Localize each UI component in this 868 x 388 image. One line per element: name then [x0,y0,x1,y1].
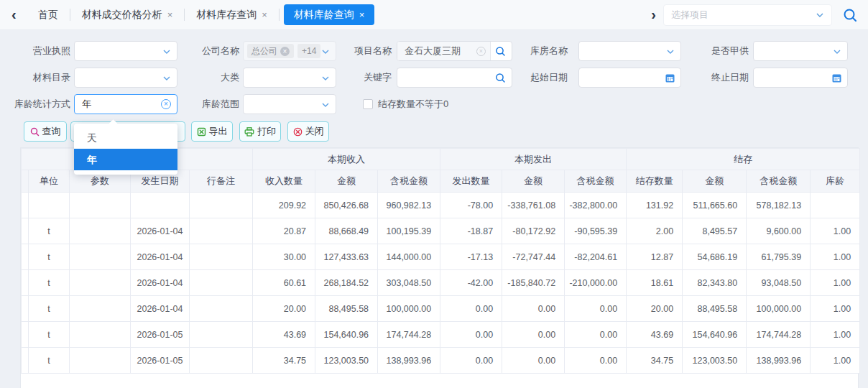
row-selector-cell [22,296,29,322]
tab-separator [279,9,280,21]
clear-icon[interactable]: × [476,47,486,56]
cell: 511,665.60 [683,193,747,218]
chevron-down-icon [833,47,841,56]
tab-close-icon[interactable]: × [262,9,267,20]
filter-row-3: 库龄统计方式 年 × 库龄范围 结存数量不等于0 [0,94,868,116]
cell: 1.00 [811,348,860,374]
start-date-input[interactable] [578,68,681,88]
cell [190,270,253,296]
cell: 1.00 [811,322,860,348]
table-body: 209.92850,426.68960,982.13-78.00-338,761… [22,193,860,374]
project-name-label: 项目名称 [327,41,392,61]
keyword-label: 关键字 [327,68,392,88]
cell: t [29,244,70,270]
cell: 100,000.00 [747,296,811,322]
col-row-remark[interactable]: 行备注 [190,170,253,193]
cell: 8,495.57 [683,218,747,244]
tab-home-label: 首页 [38,9,58,22]
cell [29,193,70,218]
col-balance-amount[interactable]: 金额 [683,170,747,193]
filter-row-2: 材料目录 大类 关键字 起始日期 终止日期 [0,68,868,89]
cell [190,322,253,348]
dropdown-option-year[interactable]: 年 [74,149,177,170]
material-catalog-select[interactable] [74,68,177,88]
stock-age-table: 本期收入 本期发出 结存 单位 参数 发生日期 行备注 收入数量 金额 含税金额… [20,147,859,388]
global-search-icon[interactable] [842,7,858,23]
cell: 209.92 [253,193,315,218]
cell [190,296,253,322]
cell: 100,195.39 [378,218,440,244]
warehouse-name-label: 库房名称 [503,41,568,61]
cell: 2026-01-04 [131,244,190,270]
company-name-multiselect[interactable]: 总公司 × +14 [243,41,336,61]
tab-close-icon[interactable]: × [359,9,365,20]
query-search-icon [30,127,40,137]
col-income-qty[interactable]: 收入数量 [253,170,315,193]
col-issue-tax-amount[interactable]: 含税金额 [565,170,627,193]
col-issue-qty[interactable]: 发出数量 [440,170,502,193]
table-row[interactable]: t2026-01-0420.8788,668.49100,195.39-18.8… [22,218,860,244]
end-date-input[interactable] [753,68,848,88]
cell: 88,495.58 [683,296,747,322]
cell: 0.00 [502,348,565,374]
table-row[interactable]: t2026-01-0534.75123,003.50138,993.960.00… [22,348,860,374]
tab-label: 材料库龄查询 [294,9,354,22]
col-balance-qty[interactable]: 结存数量 [627,170,683,193]
col-income-tax-amount[interactable]: 含税金额 [378,170,440,193]
calendar-icon[interactable] [831,73,842,83]
tab-material-price-analysis[interactable]: 材料成交价格分析 × [70,9,185,22]
col-issue-amount[interactable]: 金额 [502,170,565,193]
tab-material-age-query[interactable]: 材料库龄查询 × [284,4,375,25]
tab-material-inventory-query[interactable]: 材料库存查询 × [185,9,279,22]
cell: -18.87 [440,218,502,244]
cell: -42.00 [440,270,502,296]
cell: 93,048.50 [747,270,811,296]
print-button[interactable]: 打印 [239,121,281,142]
clear-icon[interactable]: × [161,99,171,109]
owner-supplied-select[interactable] [753,41,848,61]
cell [70,193,131,218]
cell: t [29,218,70,244]
tag-remove-icon[interactable]: × [280,47,290,56]
tabs-scroll-left-icon[interactable]: ‹ [0,7,27,23]
cell: 2026-01-05 [131,322,190,348]
col-stock-age[interactable]: 库龄 [811,170,860,193]
cell [70,218,131,244]
calendar-icon[interactable] [665,73,675,83]
table-row[interactable]: t2026-01-0420.0088,495.58100,000.000.000… [22,296,860,322]
tab-close-icon[interactable]: × [167,9,173,20]
project-name-input[interactable]: 金石大厦三期 × [397,41,512,61]
cell: 138,993.96 [378,348,440,374]
cell [190,218,253,244]
cell: 0.00 [565,296,627,322]
table-row[interactable]: 209.92850,426.68960,982.13-78.00-338,761… [22,193,860,218]
col-balance-tax-amount[interactable]: 含税金额 [747,170,811,193]
print-button-label: 打印 [257,125,276,138]
table-row[interactable]: t2026-01-0460.61268,184.52303,048.50-42.… [22,270,860,296]
dropdown-option-day[interactable]: 天 [74,127,177,149]
col-income-amount[interactable]: 金额 [315,170,378,193]
tabs-scroll-right-icon[interactable]: › [644,7,663,23]
close-circle-icon [293,127,303,137]
warehouse-name-select[interactable] [578,41,681,61]
age-range-select[interactable] [243,94,336,114]
keyword-input[interactable] [397,68,512,88]
category-select[interactable] [243,68,336,88]
table-row[interactable]: t2026-01-0430.00127,433.63144,000.00-17.… [22,244,860,270]
tab-home[interactable]: 首页 [27,9,70,22]
chevron-down-icon [321,101,330,109]
company-name-label: 公司名称 [175,41,239,61]
project-select[interactable]: 选择项目 [663,4,832,26]
table-row[interactable]: t2026-01-0543.69154,640.96174,744.280.00… [22,322,860,348]
export-button[interactable]: 导出 [191,121,233,142]
cell: 1.00 [811,218,860,244]
group-header-balance: 结存 [627,149,860,170]
col-unit[interactable]: 单位 [29,170,70,193]
business-license-select[interactable] [74,41,177,61]
nonzero-balance-checkbox[interactable] [363,99,373,109]
age-method-select[interactable]: 年 × [74,94,177,114]
close-button[interactable]: 关闭 [287,121,329,142]
owner-supplied-label: 是否甲供 [684,41,749,61]
query-button[interactable]: 查询 [24,121,67,142]
cell: 2026-01-04 [131,296,190,322]
